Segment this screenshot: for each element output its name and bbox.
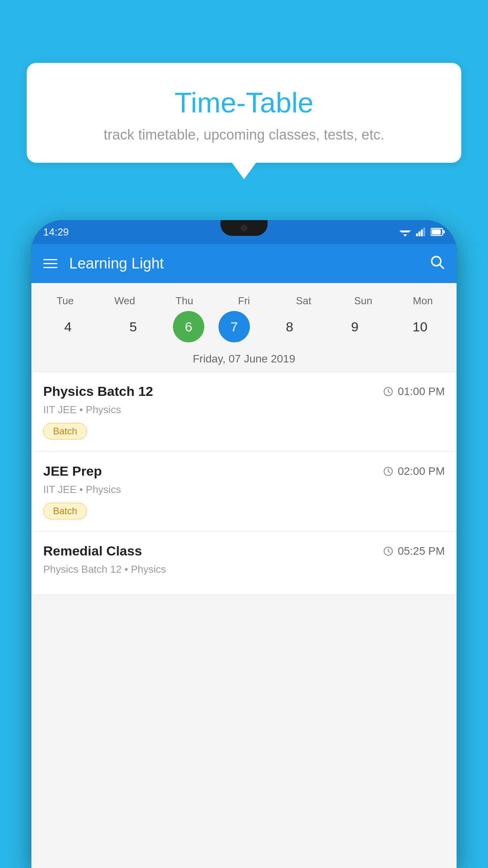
svg-line-12 bbox=[440, 265, 444, 268]
class-meta: IIT JEE • Physics bbox=[43, 404, 445, 416]
day-header: Tue bbox=[40, 291, 91, 311]
class-meta: IIT JEE • Physics bbox=[43, 484, 445, 496]
svg-rect-9 bbox=[443, 230, 445, 234]
day-header: Sat bbox=[278, 291, 329, 311]
clock-icon bbox=[383, 546, 394, 557]
app-title: Learning Light bbox=[69, 255, 417, 272]
day-header: Sun bbox=[338, 291, 389, 311]
wifi-icon bbox=[399, 228, 411, 236]
status-bar: 14:29 bbox=[31, 220, 457, 244]
status-time: 14:29 bbox=[43, 226, 69, 238]
class-item[interactable]: JEE Prep 02:00 PM IIT JEE • Physics Batc… bbox=[31, 452, 457, 531]
clock-icon bbox=[383, 386, 394, 397]
svg-rect-4 bbox=[416, 234, 418, 236]
batch-badge: Batch bbox=[43, 503, 87, 519]
day-number-9[interactable]: 9 bbox=[329, 311, 380, 342]
phone-frame: 14:29 bbox=[31, 220, 457, 868]
class-name: Physics Batch 12 bbox=[43, 384, 153, 399]
status-icons bbox=[399, 228, 445, 236]
day-number-7[interactable]: 7 bbox=[218, 311, 250, 342]
selected-date: Friday, 07 June 2019 bbox=[31, 346, 457, 372]
svg-rect-5 bbox=[418, 232, 420, 236]
class-item[interactable]: Remedial Class 05:25 PM Physics Batch 12… bbox=[31, 531, 457, 595]
day-number-5[interactable]: 5 bbox=[108, 311, 159, 342]
day-number-10[interactable]: 10 bbox=[394, 311, 446, 342]
day-number-4[interactable]: 4 bbox=[42, 311, 94, 342]
tooltip-subtitle: track timetable, upcoming classes, tests… bbox=[46, 127, 442, 143]
day-number-8[interactable]: 8 bbox=[264, 311, 315, 342]
svg-rect-7 bbox=[423, 228, 425, 236]
notch bbox=[220, 220, 268, 236]
signal-icon bbox=[416, 228, 426, 236]
day-headers: TueWedThuFriSatSunMon bbox=[31, 291, 457, 311]
svg-rect-6 bbox=[421, 230, 423, 236]
hamburger-menu-button[interactable] bbox=[43, 259, 57, 268]
day-number-6[interactable]: 6 bbox=[173, 311, 204, 342]
class-meta: Physics Batch 12 • Physics bbox=[43, 563, 445, 576]
calendar-strip: TueWedThuFriSatSunMon 45678910 Friday, 0… bbox=[31, 283, 457, 372]
class-time: 01:00 PM bbox=[383, 385, 445, 398]
day-header: Wed bbox=[99, 291, 150, 311]
day-header: Thu bbox=[159, 291, 210, 311]
batch-badge: Batch bbox=[43, 423, 87, 440]
class-name: JEE Prep bbox=[43, 463, 102, 479]
battery-icon bbox=[431, 228, 445, 236]
class-list: Physics Batch 12 01:00 PM IIT JEE • Phys… bbox=[31, 372, 457, 595]
day-header: Mon bbox=[397, 291, 448, 311]
search-button[interactable] bbox=[429, 254, 445, 273]
app-bar: Learning Light bbox=[31, 244, 457, 283]
class-time: 02:00 PM bbox=[383, 465, 445, 478]
phone-screen: TueWedThuFriSatSunMon 45678910 Friday, 0… bbox=[31, 283, 457, 868]
camera bbox=[240, 224, 248, 232]
class-item[interactable]: Physics Batch 12 01:00 PM IIT JEE • Phys… bbox=[31, 372, 457, 452]
class-item-header: Physics Batch 12 01:00 PM bbox=[43, 384, 445, 399]
day-numbers: 45678910 bbox=[31, 311, 457, 346]
svg-rect-10 bbox=[432, 230, 441, 235]
clock-icon bbox=[383, 466, 394, 477]
tooltip-title: Time-Table bbox=[46, 86, 442, 119]
class-time: 05:25 PM bbox=[383, 545, 445, 557]
day-header: Fri bbox=[218, 291, 270, 311]
tooltip-card: Time-Table track timetable, upcoming cla… bbox=[27, 63, 461, 163]
class-name: Remedial Class bbox=[43, 543, 142, 559]
class-item-header: Remedial Class 05:25 PM bbox=[43, 543, 445, 559]
class-item-header: JEE Prep 02:00 PM bbox=[43, 463, 445, 479]
